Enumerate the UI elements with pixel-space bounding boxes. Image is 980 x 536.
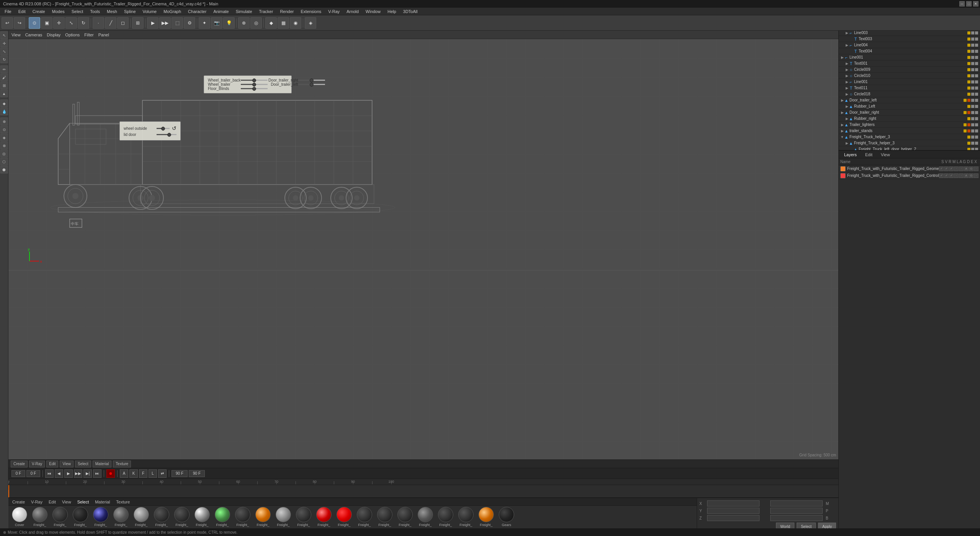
mat-item-5[interactable]: Freight_ (111, 507, 131, 527)
menu-extensions[interactable]: Extensions (297, 8, 324, 15)
z-pos-input[interactable] (707, 515, 760, 521)
add-light-btn[interactable]: 💡 (223, 17, 235, 29)
layer-icon-4[interactable]: · (959, 167, 964, 171)
rotate-button[interactable]: ↻ (78, 17, 89, 29)
cp-slider-1[interactable] (241, 80, 268, 81)
mat-item-3[interactable]: Freight_ (71, 507, 90, 527)
mat-item-13[interactable]: Freight_ (274, 507, 293, 527)
menu-create[interactable]: Create (29, 8, 48, 15)
obj-row-door_trailer_right[interactable]: ▶▲Door_trailer_right (839, 109, 980, 116)
layer-row-1[interactable]: Freight_Truck_with_Futuristic_Trailer_Ri… (839, 172, 980, 179)
tex-btn[interactable]: ▦ (278, 17, 289, 29)
mat-item-6[interactable]: Freight_ (132, 507, 151, 527)
menu-mesh[interactable]: Mesh (104, 8, 120, 15)
obj-row-text011[interactable]: ▶TText011 (839, 85, 980, 91)
layer-row-0[interactable]: Freight_Truck_with_Futuristic_Trailer_Ri… (839, 165, 980, 172)
tool-7[interactable]: ⊗ (0, 142, 8, 149)
play-reverse-btn[interactable]: ▶▶ (74, 469, 82, 478)
play-btn[interactable]: ▶ (64, 469, 73, 478)
magnet-btn[interactable]: ⊗ (238, 17, 250, 29)
mat-item-20[interactable]: Freight_ (416, 507, 435, 527)
obj-row-line001[interactable]: ▶⌐Line001 (839, 54, 980, 60)
mat-item-16[interactable]: Freight_ (335, 507, 354, 527)
obj-row-freight_truck_left_door_helper_2[interactable]: ▲Freight_Truck_left_door_helper_2 (839, 146, 980, 150)
mat-item-9[interactable]: Freight_ (193, 507, 212, 527)
mat-item-24[interactable]: Gears (497, 507, 516, 527)
tool-4[interactable]: ▲ (0, 90, 8, 97)
goto-end-btn[interactable]: ⏭ (93, 469, 101, 478)
obj-row-text004[interactable]: TText004 (839, 48, 980, 54)
cp-slider-door-left[interactable] (298, 84, 325, 85)
obj-row-line003[interactable]: ▶⌐Line003 (839, 30, 980, 36)
mat-tab-material[interactable]: Material (93, 500, 111, 504)
obj-row-text001[interactable]: ▶TText001 (839, 60, 980, 67)
menu-select[interactable]: Select (69, 8, 87, 15)
menu-modes[interactable]: Modes (49, 8, 68, 15)
mat-item-4[interactable]: Freight_ (91, 507, 110, 527)
undo-button[interactable]: ↩ (2, 17, 13, 29)
obj-row-line004[interactable]: ▶⌐Line004 (839, 42, 980, 48)
redo-button[interactable]: ↪ (14, 17, 25, 29)
edges-mode[interactable]: ╱ (105, 17, 116, 29)
mat-tab-create[interactable]: Create (11, 500, 26, 504)
soft-sel-btn[interactable]: ◎ (250, 17, 262, 29)
menu-vray[interactable]: V-Ray (325, 8, 343, 15)
obj-row-freight_truck_helper_3[interactable]: ▶▲Freight_Truck_helper_3 (839, 140, 980, 146)
render-view-btn[interactable]: ▶▶ (159, 17, 171, 29)
cp2-slider-lid[interactable] (157, 134, 176, 135)
menu-3dtoall[interactable]: 3DToAll (400, 8, 421, 15)
mat-item-19[interactable]: Freight_ (395, 507, 415, 527)
tool-material[interactable]: ◆ (0, 100, 8, 107)
mat-item-8[interactable]: Freight_ (172, 507, 191, 527)
mat-item-22[interactable]: Freight_ (456, 507, 475, 527)
scale-button[interactable]: ⤡ (65, 17, 77, 29)
obj-row-trailer_lighters[interactable]: ▶▲Trailer_lighters (839, 122, 980, 128)
tool-9[interactable]: ⬡ (0, 158, 8, 165)
layer-icon-5[interactable]: A (964, 173, 969, 178)
mat-item-7[interactable]: Freight_ (152, 507, 171, 527)
tool-3[interactable]: ⊞ (0, 82, 8, 89)
tool-8[interactable]: ◎ (0, 150, 8, 157)
fps-btn[interactable]: F (139, 469, 147, 478)
mat-tab-texture[interactable]: Texture (114, 500, 131, 504)
menu-character[interactable]: Character (185, 8, 209, 15)
frame-end-input[interactable] (172, 470, 188, 477)
layer-icon-1[interactable]: ✓ (944, 173, 949, 178)
z-size-input[interactable] (770, 515, 823, 521)
current-frame-input[interactable] (11, 470, 25, 477)
goto-start-btn[interactable]: ⏮ (45, 469, 54, 478)
layer-icon-0[interactable]: ✓ (939, 167, 944, 171)
y-pos-input[interactable] (707, 508, 760, 514)
obj-row-freight_truck_helper_3[interactable]: ▼▲Freight_Truck_helper_3 (839, 134, 980, 140)
settings-btn[interactable]: ◈ (305, 17, 316, 29)
mat-item-15[interactable]: Freight_ (314, 507, 333, 527)
layer-icon-3[interactable]: · (954, 173, 959, 178)
obj-row-line001[interactable]: ▶⌐Line001 (839, 79, 980, 85)
obj-row-door_trailer_left[interactable]: ▶▲Door_trailer_left (839, 97, 980, 103)
obj-row-circle010[interactable]: ▶○Circle010 (839, 73, 980, 79)
tool-6[interactable]: ◈ (0, 134, 8, 141)
points-mode[interactable]: · (93, 17, 104, 29)
menu-spline[interactable]: Spline (121, 8, 139, 15)
next-frame-btn[interactable]: ▶| (83, 469, 92, 478)
close-button[interactable]: ✕ (973, 1, 978, 7)
tool-scale[interactable]: ⤡ (0, 47, 8, 55)
tool-pen[interactable]: ✏ (0, 65, 8, 73)
layers-tab-view[interactable]: View (879, 152, 892, 157)
menu-simulate[interactable]: Simulate (233, 8, 255, 15)
mat-item-12[interactable]: Freight_ (253, 507, 273, 527)
cp-slider-floor-blinds[interactable] (241, 88, 268, 89)
layer-icon-7[interactable]: · (974, 167, 978, 171)
autokey-btn[interactable]: A (120, 469, 128, 478)
cp-slider-door-right[interactable] (298, 80, 325, 81)
menu-tracker[interactable]: Tracker (256, 8, 276, 15)
minimize-button[interactable]: ─ (959, 1, 965, 7)
layer-icon-7[interactable]: · (974, 173, 978, 178)
obj-row-rubber_left[interactable]: ▶▲Rubber_Left (839, 103, 980, 109)
tl-tab-select[interactable]: Select (75, 461, 91, 467)
layer-icon-2[interactable]: ✓ (949, 167, 954, 171)
move-button[interactable]: ✛ (53, 17, 65, 29)
obj-row-trailer_stands[interactable]: ▶▲trailer_stands (839, 128, 980, 134)
layer-icon-4[interactable]: · (959, 173, 964, 178)
tl-tab-edit[interactable]: Edit (46, 461, 58, 467)
